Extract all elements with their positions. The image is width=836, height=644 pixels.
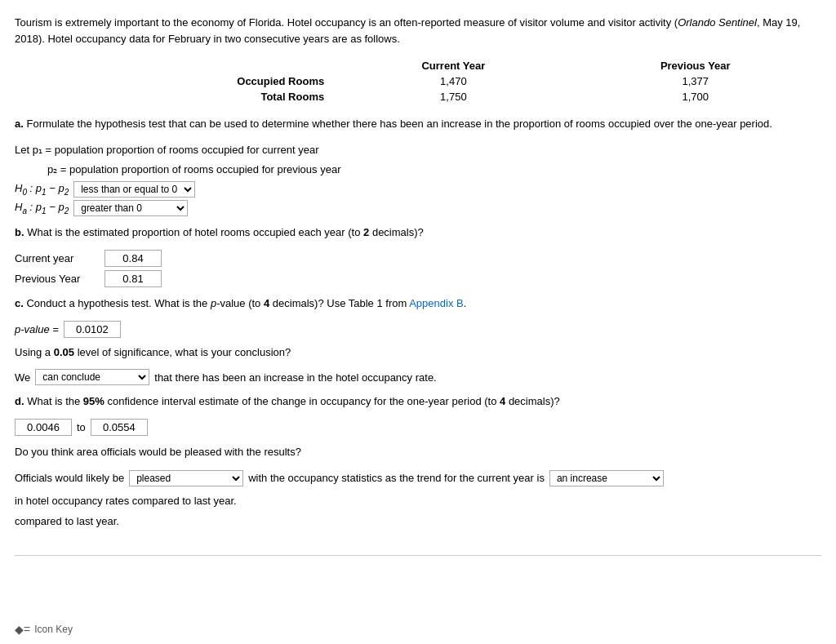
- let-p2-line: p₂ = population proportion of rooms occu…: [47, 161, 821, 179]
- pleased-select[interactable]: pleased displeased: [129, 470, 243, 486]
- section-c-label: c.: [15, 297, 24, 309]
- let-p1-line: Let p₁ = population proportion of rooms …: [15, 141, 821, 159]
- intro-paragraph: Tourism is extremely important to the ec…: [15, 15, 821, 47]
- appendix-link[interactable]: Appendix B: [409, 297, 464, 309]
- section-a-label: a.: [15, 118, 24, 130]
- total-previous: 1,700: [570, 89, 821, 104]
- section-b: b. What is the estimated proportion of h…: [15, 224, 821, 242]
- officials-text2: with the occupancy statistics as the tre…: [248, 469, 545, 487]
- ha-select[interactable]: greater than 0 less than 0 not equal to …: [73, 200, 188, 216]
- col-previous-year: Previous Year: [570, 58, 821, 73]
- conclusion-select[interactable]: can conclude cannot conclude: [35, 369, 149, 385]
- section-c-text2: -value (to: [216, 297, 264, 309]
- officials-text3: in hotel occupancy rates compared to las…: [15, 492, 237, 510]
- occupied-previous: 1,377: [570, 73, 821, 89]
- sig-text2: level of significance, what is your conc…: [74, 346, 291, 358]
- ci-low-input[interactable]: [15, 419, 72, 436]
- h0-select[interactable]: less than or equal to 0 equal to 0 great…: [73, 181, 195, 198]
- section-c-text4: .: [464, 297, 467, 309]
- h0-label: H0 : p1 − p2: [15, 182, 69, 197]
- col-current-year: Current Year: [337, 58, 569, 73]
- we-label: We: [15, 371, 30, 384]
- sig-bold: 0.05: [54, 346, 74, 358]
- table-row: Occupied Rooms 1,470 1,377: [15, 73, 821, 89]
- section-d-text1: What is the: [24, 395, 83, 407]
- pvalue-row: p-value =: [15, 321, 821, 338]
- intro-text1: Tourism is extremely important to the ec…: [15, 16, 678, 29]
- occupancy-table: Current Year Previous Year Occupied Room…: [15, 58, 821, 104]
- section-d-text2: confidence interval estimate of the chan…: [104, 395, 500, 407]
- pleased-question: Do you think area officials would be ple…: [15, 444, 821, 461]
- section-b-text1: What is the estimated proportion of hote…: [24, 226, 364, 238]
- ha-row: Ha : p1 − p2 greater than 0 less than 0 …: [15, 200, 821, 216]
- total-rooms-label: Total Rooms: [15, 89, 337, 104]
- footer-text: Icon Key: [34, 624, 73, 635]
- section-d-bold1: 95%: [83, 395, 104, 407]
- ci-row: to: [15, 419, 821, 436]
- ci-high-input[interactable]: [91, 419, 148, 436]
- section-c: c. Conduct a hypothesis test. What is th…: [15, 295, 821, 313]
- footer: ◆= Icon Key: [15, 623, 73, 636]
- previous-year-input[interactable]: [104, 270, 162, 287]
- total-current: 1,750: [337, 89, 569, 104]
- ha-label: Ha : p1 − p2: [15, 201, 69, 215]
- section-b-text2: decimals)?: [369, 226, 423, 238]
- officials-text1: Officials would likely be: [15, 469, 124, 487]
- section-d: d. What is the 95% confidence interval e…: [15, 393, 821, 411]
- current-year-label: Current year: [15, 252, 96, 264]
- conclusion-row: We can conclude cannot conclude that the…: [15, 369, 821, 385]
- previous-year-row: Previous Year: [15, 270, 821, 287]
- section-d-label: d.: [15, 395, 24, 407]
- occupied-rooms-label: Occupied Rooms: [15, 73, 337, 89]
- officials-row: Officials would likely be pleased disple…: [15, 469, 821, 510]
- significance-line: Using a 0.05 level of significance, what…: [15, 344, 821, 362]
- h0-row: H0 : p1 − p2 less than or equal to 0 equ…: [15, 181, 821, 198]
- footer-divider: [15, 555, 821, 556]
- occupied-current: 1,470: [337, 73, 569, 89]
- icon-key-icon: ◆=: [15, 623, 30, 636]
- pvalue-label: p-value =: [15, 323, 59, 335]
- section-c-text1: Conduct a hypothesis test. What is the: [24, 297, 211, 309]
- current-year-input[interactable]: [104, 250, 162, 267]
- ci-to-label: to: [77, 421, 86, 433]
- previous-year-label: Previous Year: [15, 273, 96, 285]
- table-row: Total Rooms 1,750 1,700: [15, 89, 821, 104]
- pvalue-input[interactable]: [64, 321, 121, 338]
- sig-text1: Using a: [15, 346, 54, 358]
- publication-name: Orlando Sentinel: [678, 16, 757, 29]
- section-a: a. Formulate the hypothesis test that ca…: [15, 116, 821, 133]
- section-b-label: b.: [15, 226, 24, 238]
- section-a-text: Formulate the hypothesis test that can b…: [24, 118, 772, 130]
- increase-select[interactable]: an increase a decrease no change: [549, 470, 664, 486]
- section-d-text3: decimals)?: [505, 395, 559, 407]
- compared-line: compared to last year.: [15, 513, 821, 531]
- conclusion-text: that there has been an increase in the h…: [154, 371, 436, 384]
- section-c-text3: decimals)? Use Table 1 from: [269, 297, 409, 309]
- current-year-row: Current year: [15, 250, 821, 267]
